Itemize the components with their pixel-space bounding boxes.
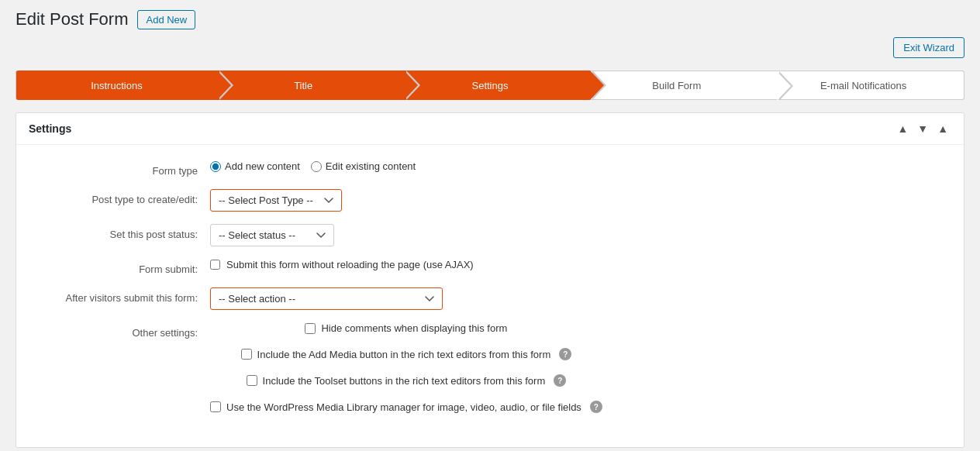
- add-media-help-icon[interactable]: ?: [559, 348, 571, 360]
- page-header: Edit Post Form Add New: [0, 0, 980, 37]
- toolset-buttons-help-icon[interactable]: ?: [554, 374, 566, 387]
- radio-edit-existing-label: Edit existing content: [326, 160, 416, 172]
- post-type-select[interactable]: -- Select Post Type --: [210, 189, 342, 212]
- settings-panel: Settings ▲ ▼ ▲ Form type Add new content: [16, 112, 964, 448]
- form-type-field: Add new content Edit existing content: [210, 160, 416, 172]
- after-submit-row: After visitors submit this form: -- Sele…: [40, 287, 940, 310]
- add-new-button[interactable]: Add New: [137, 10, 195, 29]
- media-library-label: Use the WordPress Media Library manager …: [226, 401, 581, 413]
- form-type-row: Form type Add new content Edit existing …: [40, 160, 940, 177]
- add-media-checkbox[interactable]: [241, 349, 252, 360]
- post-type-row: Post type to create/edit: -- Select Post…: [40, 189, 940, 212]
- main-content: Settings ▲ ▼ ▲ Form type Add new content: [16, 112, 964, 448]
- post-status-field: -- Select status --: [210, 224, 334, 246]
- form-submit-field: Submit this form without reloading the p…: [210, 259, 474, 270]
- form-submit-inner: Submit this form without reloading the p…: [210, 259, 474, 270]
- panel-up-button[interactable]: ▲: [894, 121, 911, 136]
- settings-panel-title: Settings: [29, 122, 71, 135]
- post-status-label: Set this post status:: [40, 224, 210, 240]
- ajax-submit-checkbox[interactable]: [210, 260, 220, 270]
- other-settings-field: Hide comments when displaying this form …: [210, 322, 602, 419]
- after-submit-label: After visitors submit this form:: [40, 287, 210, 304]
- other-settings-row: Other settings: Hide comments when displ…: [40, 322, 940, 419]
- ajax-submit-label: Submit this form without reloading the p…: [226, 259, 474, 270]
- panel-controls: ▲ ▼ ▲: [894, 121, 951, 136]
- hide-comments-label: Hide comments when displaying this form: [321, 322, 507, 334]
- post-type-field: -- Select Post Type --: [210, 189, 342, 212]
- panel-down-button[interactable]: ▼: [914, 121, 931, 136]
- other-settings-label: Other settings:: [40, 322, 210, 339]
- media-library-help-icon[interactable]: ?: [590, 401, 602, 413]
- exit-wizard-bar: Exit Wizard: [0, 37, 980, 64]
- form-submit-row: Form submit: Submit this form without re…: [40, 259, 940, 275]
- post-status-select[interactable]: -- Select status --: [210, 224, 334, 246]
- radio-add-new-content[interactable]: Add new content: [210, 160, 300, 172]
- wizard-step-instructions[interactable]: Instructions: [16, 71, 217, 100]
- form-type-radio-group: Add new content Edit existing content: [210, 160, 416, 172]
- wizard-steps: InstructionsTitleSettingsBuild FormE-mai…: [16, 71, 964, 100]
- toolset-buttons-label: Include the Toolset buttons in the rich …: [263, 375, 546, 387]
- panel-collapse-button[interactable]: ▲: [934, 121, 951, 136]
- media-library-checkbox[interactable]: [210, 401, 221, 412]
- page-title: Edit Post Form: [16, 9, 128, 29]
- settings-panel-header: Settings ▲ ▼ ▲: [16, 113, 964, 145]
- radio-add-new-label: Add new content: [225, 160, 300, 172]
- after-submit-field: -- Select action --: [210, 287, 443, 310]
- exit-wizard-button[interactable]: Exit Wizard: [893, 37, 964, 58]
- radio-edit-existing-input[interactable]: [311, 161, 322, 172]
- post-type-label: Post type to create/edit:: [40, 189, 210, 205]
- add-media-option[interactable]: Include the Add Media button in the rich…: [241, 348, 572, 360]
- radio-add-new-input[interactable]: [210, 161, 221, 172]
- form-type-label: Form type: [40, 160, 210, 177]
- radio-edit-existing-content[interactable]: Edit existing content: [311, 160, 416, 172]
- hide-comments-option[interactable]: Hide comments when displaying this form: [305, 322, 507, 334]
- post-status-row: Set this post status: -- Select status -…: [40, 224, 940, 246]
- hide-comments-checkbox[interactable]: [305, 323, 316, 334]
- toolset-buttons-checkbox[interactable]: [247, 375, 257, 386]
- form-submit-label: Form submit:: [40, 259, 210, 275]
- media-library-option[interactable]: Use the WordPress Media Library manager …: [210, 401, 602, 413]
- add-media-label: Include the Add Media button in the rich…: [257, 349, 551, 360]
- settings-body: Form type Add new content Edit existing …: [16, 145, 964, 447]
- after-submit-select[interactable]: -- Select action --: [210, 287, 443, 310]
- toolset-buttons-option[interactable]: Include the Toolset buttons in the rich …: [247, 374, 567, 387]
